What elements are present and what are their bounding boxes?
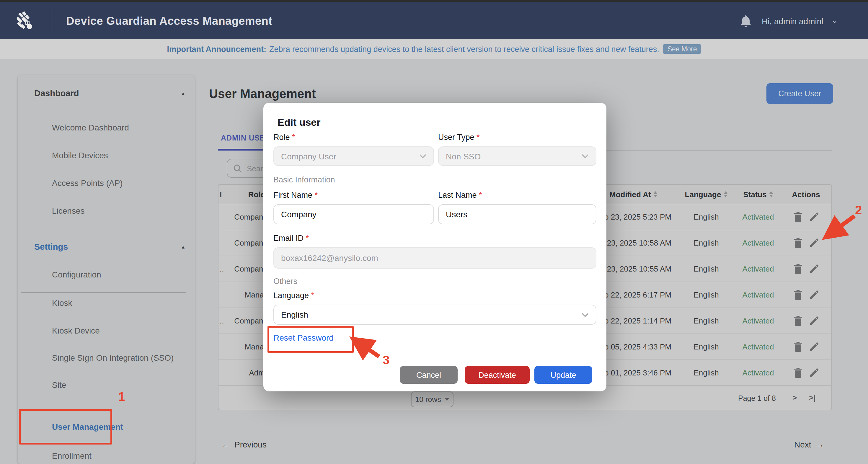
sidebar-group-dashboard[interactable]: Dashboard xyxy=(34,89,79,98)
edit-pencil-icon[interactable] xyxy=(809,368,819,377)
cell-actions xyxy=(785,360,827,385)
cancel-button[interactable]: Cancel xyxy=(400,366,458,384)
annotation-box-reset-password xyxy=(268,326,354,353)
last-name-input[interactable]: Users xyxy=(438,204,596,224)
sidebar-item-kiosk-device[interactable]: Kiosk Device xyxy=(52,326,100,335)
chevron-down-icon xyxy=(419,154,426,158)
email-label: Email ID xyxy=(273,234,309,243)
sidebar-item-enrollment[interactable]: Enrollment xyxy=(52,451,92,460)
search-icon xyxy=(233,164,242,173)
edit-pencil-icon[interactable] xyxy=(809,264,819,273)
cell-actions xyxy=(785,308,827,334)
status-badge: Activated xyxy=(739,204,778,229)
delete-icon[interactable] xyxy=(793,212,802,222)
next-page-icon[interactable]: > xyxy=(793,393,797,402)
app-window: Device Guardian Access Management Hi, ad… xyxy=(0,0,868,464)
status-badge: Activated xyxy=(739,334,778,360)
announcement-label: Important Announcement: xyxy=(167,44,267,54)
sidebar-divider xyxy=(21,292,186,293)
column-header-language[interactable]: Language xyxy=(680,185,733,204)
cell-language: English xyxy=(680,282,733,308)
create-user-button[interactable]: Create User xyxy=(767,83,833,104)
cell-actions xyxy=(785,282,827,308)
status-badge: Activated xyxy=(739,360,778,385)
role-label: Role xyxy=(273,133,295,142)
sort-icon xyxy=(654,191,657,197)
collapse-caret-icon[interactable]: ▲ xyxy=(181,244,185,250)
user-greeting[interactable]: Hi, admin adminl xyxy=(762,17,824,26)
chevron-down-icon xyxy=(582,154,589,158)
annotation-number-2: 2 xyxy=(855,203,862,217)
arrow-right-icon: → xyxy=(816,440,824,449)
edit-pencil-icon[interactable] xyxy=(809,316,819,325)
cell-actions xyxy=(785,204,827,229)
cell-language: English xyxy=(680,229,733,256)
email-input: boxax16242@anysilo.com xyxy=(273,247,596,269)
delete-icon[interactable] xyxy=(793,238,802,248)
delete-icon[interactable] xyxy=(793,289,802,300)
dropdown-caret-icon xyxy=(445,398,450,401)
deactivate-button[interactable]: Deactivate xyxy=(465,366,530,384)
cell-language: English xyxy=(680,256,733,282)
announcement-banner: Important Announcement: Zebra recommends… xyxy=(0,39,868,59)
sidebar-item-site[interactable]: Site xyxy=(52,380,66,390)
last-page-icon[interactable]: >| xyxy=(809,393,815,402)
annotation-number-3: 3 xyxy=(383,353,390,367)
delete-icon[interactable] xyxy=(793,264,802,274)
edit-pencil-icon[interactable] xyxy=(809,238,819,247)
header-divider xyxy=(51,10,51,31)
previous-page-link[interactable]: ← Previous xyxy=(221,440,267,449)
delete-icon[interactable] xyxy=(793,368,802,377)
edit-pencil-icon[interactable] xyxy=(809,212,819,221)
user-type-label: User Type xyxy=(438,133,480,142)
sidebar-item-configuration[interactable]: Configuration xyxy=(52,270,101,279)
status-badge: Activated xyxy=(739,308,778,334)
annotation-number-1: 1 xyxy=(118,390,125,404)
delete-icon[interactable] xyxy=(793,341,802,351)
delete-icon[interactable] xyxy=(793,315,802,326)
first-name-input[interactable]: Company xyxy=(273,204,434,224)
zebra-logo-icon xyxy=(16,9,39,32)
user-menu-chevron-down-icon[interactable]: ⌄ xyxy=(831,16,838,25)
column-header-status[interactable]: Status xyxy=(739,185,778,204)
edit-pencil-icon[interactable] xyxy=(809,342,819,351)
sidebar-item-welcome-dashboard[interactable]: Welcome Dashboard xyxy=(52,123,129,132)
see-more-button[interactable]: See More xyxy=(663,44,701,54)
cell-language: English xyxy=(680,360,733,385)
rows-per-page-dropdown[interactable]: 10 rows xyxy=(411,392,454,407)
arrow-left-icon: ← xyxy=(221,440,230,449)
next-page-link[interactable]: Next → xyxy=(794,440,824,449)
section-others: Others xyxy=(273,277,297,286)
modal-title: Edit user xyxy=(278,117,321,129)
sidebar-item-licenses[interactable]: Licenses xyxy=(52,206,85,215)
app-title: Device Guardian Access Management xyxy=(66,15,272,28)
sidebar: Dashboard ▲ Welcome Dashboard Mobile Dev… xyxy=(18,75,195,464)
sidebar-item-mobile-devices[interactable]: Mobile Devices xyxy=(52,151,108,160)
edit-pencil-icon[interactable] xyxy=(809,290,819,299)
announcement-text: Zebra recommends updating devices to the… xyxy=(269,44,659,54)
language-label: Language xyxy=(273,291,314,300)
cell-language: English xyxy=(680,308,733,334)
last-name-label: Last Name xyxy=(438,191,482,199)
column-header-actions: Actions xyxy=(785,185,827,204)
cell-actions xyxy=(785,334,827,360)
sidebar-group-settings[interactable]: Settings xyxy=(34,242,68,251)
column-header-modified-at[interactable]: Modified At xyxy=(609,185,657,204)
page-indicator: Page 1 of 8 xyxy=(738,394,776,403)
status-badge: Activated xyxy=(739,282,778,308)
language-select[interactable]: English xyxy=(273,305,596,325)
cell-actions xyxy=(785,256,827,282)
notifications-bell-icon[interactable] xyxy=(739,14,752,28)
update-button[interactable]: Update xyxy=(534,366,592,384)
section-basic-information: Basic Information xyxy=(273,175,335,184)
status-badge: Activated xyxy=(739,229,778,256)
sidebar-item-sso[interactable]: Single Sign On Integration (SSO) xyxy=(52,353,174,363)
collapse-caret-icon[interactable]: ▲ xyxy=(181,91,185,96)
first-name-label: First Name xyxy=(273,191,318,199)
chevron-down-icon xyxy=(582,313,589,317)
cell-language: English xyxy=(680,204,733,229)
annotation-box-user-management xyxy=(19,409,112,444)
sidebar-item-kiosk[interactable]: Kiosk xyxy=(52,298,72,308)
sidebar-item-access-points[interactable]: Access Points (AP) xyxy=(52,178,123,188)
cell-actions xyxy=(785,229,827,256)
